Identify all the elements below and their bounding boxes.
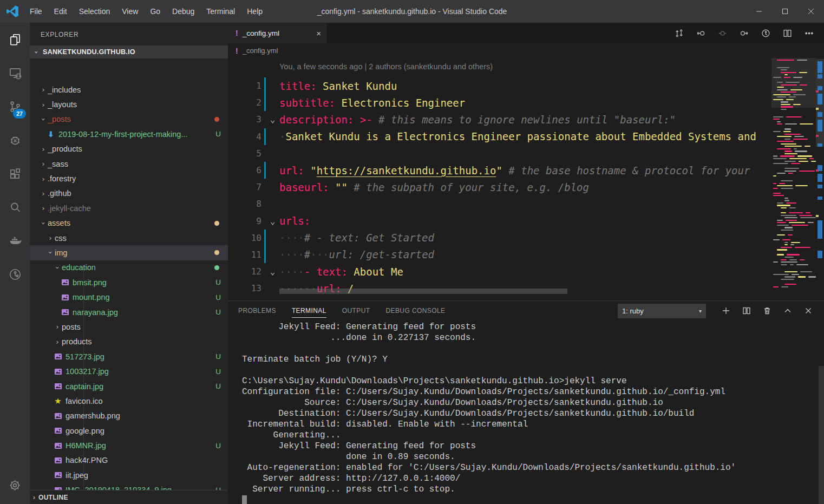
panel-tab-debug-console[interactable]: DEBUG CONSOLE [386,301,446,320]
minimap-line [789,259,797,260]
menu-help[interactable]: Help [241,0,269,23]
menu-edit[interactable]: Edit [48,0,73,23]
tree-item-label: 517273.jpg [66,352,215,361]
center-change-icon[interactable] [711,23,733,43]
menu-debug[interactable]: Debug [166,0,200,23]
folder-row-products[interactable]: ›products [30,335,228,349]
folder-row--jekyll-cache[interactable]: ›.jekyll-cache [30,201,228,215]
file-row-favicon-ico[interactable]: ★favicon.ico [30,394,228,408]
folder-row--layouts[interactable]: ›_layouts [30,97,228,112]
close-panel-button[interactable] [798,303,819,318]
folder-row-img[interactable]: ›img [30,245,228,260]
code-line[interactable]: 9⌄urls: [228,213,771,230]
minimap-line [798,276,806,277]
code-text: ····# - text: Get Started [279,232,434,244]
code-line[interactable]: 6url: "https://sanketkundu.github.io" # … [228,162,771,179]
workspace-section-header[interactable]: › SANKETKUNDU.GITHUB.IO [30,45,228,58]
terminal-output[interactable]: Jekyll Feed: Generating feed for posts .… [242,322,816,504]
file-row-iit-jpeg[interactable]: iit.jpeg [30,468,228,482]
docker-icon[interactable] [0,224,30,258]
folder-row--posts[interactable]: ›_posts [30,112,228,127]
line-number: 1 [228,81,261,91]
extensions-icon[interactable] [0,157,30,191]
file-row-h6mnr-jpg[interactable]: H6MNR.jpgU [30,438,228,453]
folder-row--includes[interactable]: ›_includes [30,82,228,97]
file-row-2019-08-12-my-first-project-making-[interactable]: ⬇2019-08-12-my-first-project-making...U [30,127,228,141]
overview-ruler[interactable] [816,58,824,300]
minimap-line [781,101,788,102]
menu-terminal[interactable]: Terminal [200,0,241,23]
file-row-captain-jpg[interactable]: captain.jpgU [30,379,228,394]
split-editor-icon[interactable] [776,23,798,43]
settings-icon[interactable] [0,468,30,502]
code-line[interactable]: 10····# - text: Get Started [228,230,771,246]
code-line[interactable]: 4·Sanket Kundu is a Electronics Engineer… [228,128,771,145]
file-row-mount-png[interactable]: mount.pngU [30,290,228,304]
image-file-icon [53,352,63,361]
previous-change-icon[interactable] [690,23,711,43]
folder-row--github[interactable]: ›.github [30,186,228,201]
file-row-517273-jpg[interactable]: 517273.jpgU [30,349,228,364]
menu-file[interactable]: File [24,0,48,23]
chevron-right-icon: › [39,145,48,153]
maximize-panel-button[interactable] [777,303,798,318]
explorer-icon[interactable] [0,23,30,56]
file-row-bmsit-png[interactable]: bmsit.pngU [30,275,228,290]
horizontal-scrollbar[interactable] [279,289,567,294]
minimap[interactable] [771,58,816,300]
outline-section[interactable]: › OUTLINE [30,490,228,504]
minimize-button[interactable] [746,0,772,23]
code-line[interactable]: 5 [228,145,771,162]
folder-row-posts[interactable]: ›posts [30,319,228,334]
close-button[interactable] [798,0,824,23]
menu-go[interactable]: Go [144,0,166,23]
folder-row-assets[interactable]: ›assets [30,216,228,231]
file-row-google-png[interactable]: google.png [30,423,228,438]
code-line[interactable]: 2subtitle: Electronics Engineer [228,94,771,111]
menu-selection[interactable]: Selection [73,0,116,23]
code-line[interactable]: 7baseurl: "" # the subpath of your site,… [228,179,771,195]
code-line[interactable]: 3⌄description: >- # this means to ignore… [228,111,771,128]
tree-item-label: .jekyll-cache [48,204,228,213]
file-row-1003217-jpg[interactable]: 1003217.jpgU [30,364,228,378]
split-terminal-button[interactable] [736,303,757,318]
gitlens-icon[interactable] [755,23,776,43]
debug-icon[interactable] [0,123,30,157]
menu-view[interactable]: View [116,0,144,23]
panel-tab-terminal[interactable]: TERMINAL [292,301,326,320]
code-line[interactable]: 12⌄····- text: About Me [228,263,771,280]
breadcrumb[interactable]: ! _config.yml [228,43,824,58]
more-actions-icon[interactable] [798,23,820,43]
file-row-narayana-jpg[interactable]: narayana.jpgU [30,305,228,319]
folder-row-education[interactable]: ›education [30,260,228,275]
file-row-gamershub-png[interactable]: gamershub.png [30,409,228,423]
tab-config-yml[interactable]: ! _config.yml × [228,23,326,43]
breadcrumb-label: _config.yml [243,47,278,55]
git-graph-icon[interactable] [0,258,30,291]
panel-tab-problems[interactable]: PROBLEMS [238,301,276,320]
file-row-img-20190418-210334-9-jpg[interactable]: IMG_20190418_210334_9.jpgU [30,483,228,490]
source-control-icon[interactable]: 27 [0,90,30,123]
tab-close-icon[interactable]: × [316,29,321,38]
folder-row-css[interactable]: ›css [30,231,228,245]
search-icon[interactable] [0,191,30,224]
panel-tab-output[interactable]: OUTPUT [342,301,370,320]
code-line[interactable]: 8 [228,195,771,212]
minimap-line [784,242,788,243]
code-line[interactable]: 11····#···url: /get-started [228,246,771,263]
next-change-icon[interactable] [733,23,755,43]
terminal-scrollbar[interactable] [819,366,824,504]
minimap-line [777,87,784,88]
open-changes-icon[interactable] [668,23,690,43]
kill-terminal-button[interactable] [757,303,777,318]
folder-row--forestry[interactable]: ›.forestry [30,171,228,186]
maximize-button[interactable] [772,0,798,23]
folder-row--sass[interactable]: ›_sass [30,156,228,171]
code-editor[interactable]: You, a few seconds ago | 2 authors (sank… [228,58,824,300]
new-terminal-button[interactable] [716,303,736,318]
folder-row--products[interactable]: ›_products [30,142,228,156]
file-row-hack4r-png[interactable]: hack4r.PNG [30,453,228,468]
terminal-selector-dropdown[interactable]: 1: ruby ▾ [618,304,706,318]
code-line[interactable]: 1title: Sanket Kundu [228,77,771,94]
remote-explorer-icon[interactable] [0,56,30,90]
